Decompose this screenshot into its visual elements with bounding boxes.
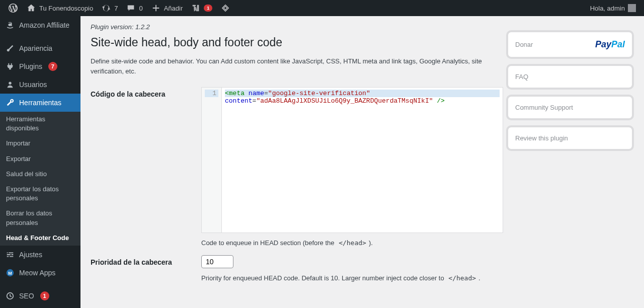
menu-amazon[interactable]: Amazon Affiliate	[0, 16, 80, 34]
faq-box[interactable]: FAQ	[506, 64, 634, 90]
menu-users-label: Usuarios	[19, 81, 47, 89]
update-icon	[101, 3, 111, 13]
code-content[interactable]: <meta name="google-site-verification" co…	[222, 88, 503, 233]
code-editor[interactable]: 1 <meta name="google-site-verification" …	[201, 87, 503, 233]
head-code-help: Code to enqueue in HEAD section (before …	[201, 238, 503, 248]
admin-bar-left: Tu Fonendoscopio 7 0 Añadir 1	[4, 0, 234, 16]
plus-icon	[151, 3, 161, 13]
add-new[interactable]: Añadir	[147, 0, 187, 16]
submenu-available[interactable]: Herramientas disponibles	[0, 112, 80, 136]
updates-count: 7	[114, 5, 118, 12]
admin-sidebar: Amazon Affiliate Apariencia Plugins 7 Us…	[0, 16, 80, 308]
admin-bar-right: Hola, admin	[586, 0, 640, 16]
diamond-icon	[220, 3, 230, 13]
side-column: Donar PayPal FAQ Community Support Revie…	[506, 30, 634, 156]
seo-badge: 1	[40, 291, 49, 300]
greeting: Hola, admin	[590, 5, 625, 12]
wrench-icon	[5, 98, 15, 108]
menu-tools-label: Herramientas	[19, 99, 61, 107]
content-area: Donar PayPal FAQ Community Support Revie…	[80, 16, 644, 308]
site-name[interactable]: Tu Fonendoscopio	[22, 0, 97, 16]
donate-label: Donar	[515, 41, 533, 48]
menu-tools[interactable]: Herramientas	[0, 94, 80, 112]
review-box[interactable]: Review this plugin	[506, 125, 634, 151]
wpml[interactable]: 1	[187, 0, 216, 16]
tools-submenu: Herramientas disponibles Importar Export…	[0, 112, 80, 246]
add-new-text: Añadir	[164, 5, 183, 12]
plugin-version: Plugin version: 1.2.2	[91, 16, 503, 36]
paypal-logo: PayPal	[595, 39, 625, 50]
donate-box[interactable]: Donar PayPal	[506, 30, 634, 59]
submenu-export-data[interactable]: Exportar los datos personales	[0, 182, 80, 206]
seo-icon	[5, 291, 15, 301]
avatar-icon	[628, 4, 636, 12]
menu-meow[interactable]: M Meow Apps	[0, 264, 80, 282]
updates[interactable]: 7	[97, 0, 122, 16]
plugin-icon	[5, 61, 15, 71]
diamond-menu[interactable]	[216, 0, 234, 16]
translate-icon	[191, 3, 201, 13]
sliders-icon	[5, 250, 15, 260]
svg-text:M: M	[8, 270, 12, 275]
head-code-field: 1 <meta name="google-site-verification" …	[201, 87, 503, 248]
menu-appearance[interactable]: Apariencia	[0, 39, 80, 57]
brush-icon	[5, 43, 15, 53]
wp-logo[interactable]	[4, 0, 22, 16]
menu-plugins[interactable]: Plugins 7	[0, 57, 80, 75]
menu-appearance-label: Apariencia	[19, 44, 52, 52]
support-box[interactable]: Community Support	[506, 95, 634, 120]
meow-icon: M	[5, 268, 15, 278]
menu-plugins-label: Plugins	[19, 62, 42, 70]
priority-label: Prioridad de la cabecera	[91, 255, 201, 283]
content-inner: Plugin version: 1.2.2 Site-wide head, bo…	[91, 16, 503, 290]
submenu-export[interactable]: Exportar	[0, 151, 80, 167]
menu-settings[interactable]: Ajustes	[0, 246, 80, 264]
priority-row: Prioridad de la cabecera Priority for en…	[91, 255, 503, 283]
wpml-badge: 1	[204, 5, 212, 12]
code-gutter: 1	[202, 88, 222, 233]
comments[interactable]: 0	[122, 0, 146, 16]
menu-seo-label: SEO	[19, 292, 34, 300]
menu-seo[interactable]: SEO 1	[0, 287, 80, 305]
svg-point-0	[9, 82, 11, 85]
site-name-text: Tu Fonendoscopio	[39, 5, 93, 12]
plugins-badge: 7	[48, 62, 57, 71]
menu-smush[interactable]: Smush	[0, 305, 80, 308]
page-title: Site-wide head, body and footer code	[91, 36, 503, 49]
admin-bar: Tu Fonendoscopio 7 0 Añadir 1	[0, 0, 644, 16]
comments-count: 0	[139, 5, 142, 12]
home-icon	[26, 3, 36, 13]
menu-settings-label: Ajustes	[19, 251, 42, 259]
my-account[interactable]: Hola, admin	[586, 0, 640, 16]
menu-users[interactable]: Usuarios	[0, 75, 80, 94]
menu-amazon-label: Amazon Affiliate	[19, 21, 69, 29]
submenu-erase-data[interactable]: Borrar los datos personales	[0, 206, 80, 230]
users-icon	[5, 80, 15, 90]
comment-icon	[126, 3, 136, 13]
priority-help: Priority for enqueued HEAD code. Default…	[201, 273, 503, 283]
menu-meow-label: Meow Apps	[19, 269, 55, 277]
priority-input[interactable]	[201, 255, 233, 268]
wordpress-icon	[8, 3, 18, 13]
page-desc: Define site-wide code and behavior. You …	[91, 56, 503, 76]
head-code-row: Código de la cabecera 1 <meta name="goog…	[91, 87, 503, 248]
head-code-label: Código de la cabecera	[91, 87, 201, 248]
submenu-health[interactable]: Salud del sitio	[0, 167, 80, 182]
priority-field: Priority for enqueued HEAD code. Default…	[201, 255, 503, 283]
submenu-head-footer[interactable]: Head & Footer Code	[0, 230, 80, 246]
submenu-import[interactable]: Importar	[0, 136, 80, 151]
amazon-icon	[5, 20, 15, 30]
